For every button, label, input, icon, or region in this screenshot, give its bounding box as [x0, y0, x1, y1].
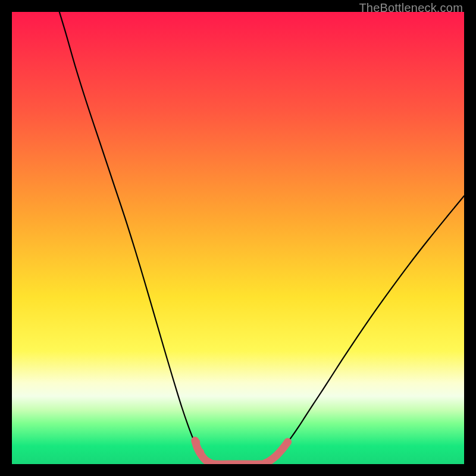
- marker-dot: [279, 445, 286, 452]
- marker-dot: [196, 448, 204, 456]
- chart-frame: [12, 12, 464, 464]
- watermark-text: TheBottleneck.com: [359, 1, 463, 15]
- marker-dot: [267, 456, 274, 464]
- bottleneck-chart: [12, 12, 464, 464]
- marker-dot: [192, 439, 200, 447]
- marker-dot: [274, 451, 281, 458]
